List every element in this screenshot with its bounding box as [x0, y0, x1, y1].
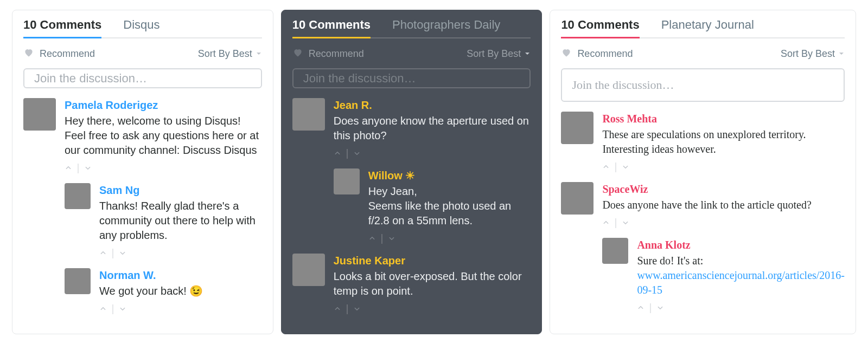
comment-text: Sure do! It's at: www.americansciencejou…	[637, 254, 845, 297]
recommend-label: Recommend	[40, 48, 95, 60]
sort-dropdown[interactable]: Sort By Best	[467, 48, 531, 60]
vote-separator	[78, 164, 79, 173]
comment-text: We got your back! 😉	[99, 284, 262, 298]
avatar[interactable]	[334, 168, 360, 194]
sort-dropdown[interactable]: Sort By Best	[198, 48, 262, 60]
downvote-icon[interactable]	[119, 302, 126, 316]
tab-comments[interactable]: 10 Comments	[292, 18, 371, 38]
avatar[interactable]	[292, 98, 325, 131]
recommend-label: Recommend	[309, 48, 364, 60]
tab-community[interactable]: Disqus	[123, 18, 159, 38]
vote-controls	[602, 216, 845, 230]
recommend-button[interactable]: Recommend	[561, 47, 633, 61]
vote-separator	[615, 163, 616, 172]
upvote-icon[interactable]	[334, 146, 341, 161]
heart-icon	[561, 47, 572, 61]
avatar[interactable]	[561, 182, 593, 215]
toolbar: Recommend Sort By Best	[23, 47, 262, 61]
tab-comments[interactable]: 10 Comments	[561, 18, 639, 38]
vote-separator	[347, 304, 348, 314]
vote-controls	[65, 161, 262, 176]
comment-input[interactable]: Join the discussion…	[23, 68, 262, 88]
tabs: 10 Comments Photographers Daily	[292, 18, 531, 40]
downvote-icon[interactable]	[353, 146, 361, 161]
comment-thread: Pamela Roderigez Hey there, welcome to u…	[23, 98, 262, 324]
upvote-icon[interactable]	[602, 160, 610, 174]
downvote-icon[interactable]	[622, 216, 629, 230]
comment-author[interactable]: Anna Klotz	[637, 238, 845, 252]
vote-controls	[99, 246, 262, 261]
comment-author[interactable]: Willow ☀	[368, 168, 531, 183]
comment: Justine Kaper Looks a bit over-exposed. …	[292, 254, 531, 316]
upvote-icon[interactable]	[334, 302, 341, 316]
upvote-icon[interactable]	[99, 246, 107, 261]
sort-dropdown[interactable]: Sort By Best	[781, 48, 845, 60]
comment-author[interactable]: Ross Mehta	[602, 112, 845, 126]
comment: SpaceWiz Does anyone have the link to th…	[561, 182, 845, 230]
comment-author[interactable]: Justine Kaper	[334, 254, 531, 268]
upvote-icon[interactable]	[65, 161, 72, 176]
avatar[interactable]	[65, 183, 91, 209]
comment-author[interactable]: Sam Ng	[99, 183, 262, 198]
comment: Ross Mehta These are speculations on une…	[561, 112, 845, 174]
vote-separator	[347, 149, 348, 159]
comment-text: Does anyone know the aperture used on th…	[334, 114, 531, 143]
recommend-button[interactable]: Recommend	[292, 47, 364, 61]
recommend-label: Recommend	[577, 48, 633, 60]
recommend-button[interactable]: Recommend	[23, 47, 95, 61]
comment-author[interactable]: SpaceWiz	[602, 182, 845, 197]
downvote-icon[interactable]	[388, 231, 395, 246]
comment-text: Looks a bit over-exposed. But the color …	[334, 269, 531, 298]
avatar[interactable]	[602, 238, 628, 264]
avatar[interactable]	[23, 98, 56, 131]
comments-panel-disqus: 10 Comments Disqus Recommend Sort By Bes…	[12, 10, 273, 334]
upvote-icon[interactable]	[637, 301, 644, 315]
comments-panel-planetary: 10 Comments Planetary Journal Recommend …	[550, 10, 856, 334]
vote-controls	[99, 302, 262, 316]
comment: Willow ☀ Hey Jean, Seems like the photo …	[334, 168, 531, 246]
comment-text: Does anyone have the link to the article…	[602, 198, 845, 212]
downvote-icon[interactable]	[622, 160, 629, 174]
vote-controls	[602, 160, 845, 174]
sort-label: Sort By Best	[781, 48, 835, 60]
comment-text: These are speculations on unexplored ter…	[602, 127, 845, 157]
comment-text: Hey Jean, Seems like the photo used an f…	[368, 184, 531, 228]
comments-panel-photographers: 10 Comments Photographers Daily Recommen…	[281, 10, 542, 334]
tab-community[interactable]: Photographers Daily	[392, 18, 500, 38]
tabs: 10 Comments Planetary Journal	[561, 18, 845, 40]
comment: Pamela Roderigez Hey there, welcome to u…	[23, 98, 262, 176]
comment: Norman W. We got your back! 😉	[65, 268, 262, 316]
vote-separator	[615, 218, 616, 228]
comment-thread: Ross Mehta These are speculations on une…	[561, 112, 845, 323]
upvote-icon[interactable]	[602, 216, 610, 230]
upvote-icon[interactable]	[99, 302, 107, 316]
avatar[interactable]	[292, 254, 325, 286]
upvote-icon[interactable]	[368, 231, 376, 246]
chevron-down-icon	[256, 48, 262, 60]
comment-author[interactable]: Norman W.	[99, 268, 262, 283]
tab-community[interactable]: Planetary Journal	[661, 18, 754, 38]
downvote-icon[interactable]	[656, 301, 664, 315]
chevron-down-icon	[838, 48, 845, 60]
vote-separator	[381, 234, 382, 244]
avatar[interactable]	[65, 268, 91, 294]
comment-thread: Jean R. Does anyone know the aperture us…	[292, 98, 531, 324]
heart-icon	[23, 47, 34, 61]
vote-separator	[650, 303, 651, 313]
comment: Anna Klotz Sure do! It's at: www.america…	[602, 238, 845, 315]
comment-input[interactable]: Join the discussion…	[561, 68, 845, 102]
comment: Jean R. Does anyone know the aperture us…	[292, 98, 531, 161]
comment-input[interactable]: Join the discussion…	[292, 68, 531, 88]
comment-author[interactable]: Pamela Roderigez	[65, 98, 262, 113]
avatar[interactable]	[561, 112, 593, 144]
downvote-icon[interactable]	[84, 161, 92, 176]
downvote-icon[interactable]	[119, 246, 126, 261]
downvote-icon[interactable]	[353, 302, 361, 316]
vote-separator	[112, 249, 113, 258]
comment: Sam Ng Thanks! Really glad there's a com…	[65, 183, 262, 261]
comment-link[interactable]: www.americansciencejournal.org/articles/…	[637, 269, 845, 296]
toolbar: Recommend Sort By Best	[292, 47, 531, 61]
tab-comments[interactable]: 10 Comments	[23, 18, 101, 38]
vote-controls	[334, 302, 531, 316]
comment-author[interactable]: Jean R.	[334, 98, 531, 113]
